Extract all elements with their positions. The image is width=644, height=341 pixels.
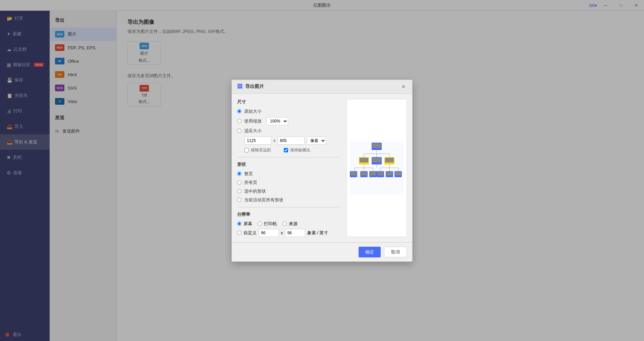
resolution-options: 屏幕 打印机 来源 [237, 221, 341, 227]
svg-rect-30 [370, 172, 376, 176]
shape-activepage-label: 当前活动页所有形状 [244, 197, 283, 203]
res-screen-option: 屏幕 [237, 221, 252, 227]
svg-rect-11 [372, 158, 381, 162]
x-separator: x [273, 138, 276, 143]
shape-allpage-row: 整页 [237, 171, 341, 177]
res-source-label: 来源 [289, 221, 298, 227]
keep-ratio-checkbox[interactable] [284, 148, 288, 152]
res-screen-label: 屏幕 [244, 221, 252, 227]
shape-section-title: 形状 [237, 161, 341, 167]
dialog-header-icon: 🖼 [237, 84, 243, 90]
resolution-custom-row: 自定义 x 象素 / 英寸 [237, 229, 341, 237]
keep-ratio-row: 保持纵横比 [284, 147, 310, 153]
res-screen-radio[interactable] [237, 222, 241, 226]
size-options: 原始大小 使用缩放 100% 50% 200% [237, 108, 341, 153]
svg-rect-28 [361, 172, 367, 176]
res-y-input[interactable] [285, 229, 305, 237]
org-chart-preview [350, 141, 404, 195]
res-printer-label: 打印机 [264, 221, 277, 227]
shape-options: 整页 所有页 选中的形状 当前活动页所有形状 [237, 171, 341, 203]
svg-rect-9 [360, 158, 368, 162]
shape-allpage-label: 整页 [244, 171, 253, 177]
svg-rect-13 [385, 158, 394, 162]
remove-border-label: 移除页边距 [251, 147, 271, 153]
remove-border-row: 移除页边距 [245, 147, 271, 153]
size-fit-row: 适应大小 [237, 128, 341, 134]
res-source-option: 来源 [282, 221, 298, 227]
shape-allpages-radio[interactable] [237, 180, 241, 185]
res-custom-radio[interactable] [237, 231, 241, 235]
shape-allpages-row: 所有页 [237, 180, 341, 186]
scale-input-row: 100% 50% 200% [266, 117, 288, 125]
scale-select[interactable]: 100% 50% 200% [266, 117, 288, 125]
size-dimensions-row: x 像素 毫米 英寸 [245, 137, 341, 145]
size-section-title: 尺寸 [237, 99, 341, 105]
size-original-radio[interactable] [237, 109, 241, 113]
shape-selected-radio[interactable] [237, 189, 241, 193]
dialog-title: 导出图片 [245, 84, 264, 90]
dialog-settings: 尺寸 原始大小 使用缩放 100% 50% 200% [237, 99, 341, 237]
dialog-header-left: 🖼 导出图片 [237, 84, 264, 90]
dialog-header: 🖼 导出图片 ✕ [232, 80, 412, 94]
size-checkboxes: 移除页边距 保持纵横比 [237, 147, 341, 153]
unit-select[interactable]: 像素 毫米 英寸 [307, 137, 326, 145]
size-original-row: 原始大小 [237, 108, 341, 114]
size-scale-row: 使用缩放 100% 50% 200% [237, 117, 341, 125]
height-input[interactable] [278, 137, 305, 145]
shape-selected-label: 选中的形状 [244, 188, 266, 194]
res-x-input[interactable] [259, 229, 279, 237]
dialog-body: 尺寸 原始大小 使用缩放 100% 50% 200% [232, 94, 412, 242]
cancel-button[interactable]: 取消 [384, 247, 407, 257]
svg-rect-26 [351, 172, 357, 176]
shape-allpage-radio[interactable] [237, 172, 241, 176]
size-fit-label: 适应大小 [244, 128, 262, 134]
svg-rect-34 [386, 172, 392, 176]
svg-rect-2 [372, 143, 381, 148]
dialog-footer: 确定 取消 [232, 242, 412, 261]
remove-border-checkbox[interactable] [245, 148, 249, 152]
res-custom-label: 自定义 [244, 230, 257, 236]
export-dialog: 🖼 导出图片 ✕ 尺寸 原始大小 使用缩放 [231, 80, 413, 262]
svg-rect-32 [377, 172, 383, 176]
shape-selected-row: 选中的形状 [237, 188, 341, 194]
width-input[interactable] [245, 137, 271, 145]
size-scale-radio[interactable] [237, 119, 241, 123]
shape-activepage-row: 当前活动页所有形状 [237, 197, 341, 203]
size-original-label: 原始大小 [244, 108, 262, 114]
res-x-separator: x [281, 230, 283, 235]
resolution-section-title: 分辨率 [237, 211, 341, 217]
confirm-button[interactable]: 确定 [359, 247, 381, 257]
keep-ratio-label: 保持纵横比 [290, 147, 310, 153]
size-scale-label: 使用缩放 [244, 118, 262, 124]
res-source-radio[interactable] [282, 222, 287, 226]
shape-allpages-label: 所有页 [244, 180, 257, 186]
size-fit-radio[interactable] [237, 129, 241, 133]
res-printer-radio[interactable] [258, 222, 262, 226]
dialog-preview [346, 99, 407, 237]
modal-overlay: 🖼 导出图片 ✕ 尺寸 原始大小 使用缩放 [0, 0, 644, 341]
res-printer-option: 打印机 [258, 221, 277, 227]
res-unit-label: 象素 / 英寸 [307, 230, 328, 236]
svg-rect-36 [395, 172, 401, 176]
shape-activepage-radio[interactable] [237, 198, 241, 202]
dialog-close-button[interactable]: ✕ [400, 83, 407, 90]
